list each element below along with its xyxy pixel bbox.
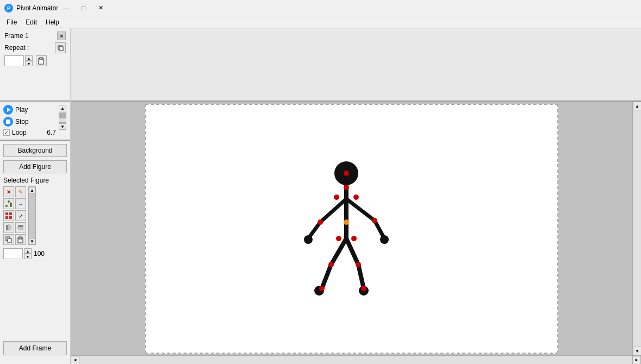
add-frame-button[interactable]: Add Frame [3, 341, 67, 355]
stickman[interactable] [292, 158, 401, 299]
joint-right-shoulder[interactable] [353, 194, 359, 200]
left-upper-arm [320, 199, 346, 222]
scroll-track[interactable] [59, 112, 66, 123]
svg-rect-15 [18, 225, 23, 227]
figure-toolbar: ✕ ✎ → [3, 186, 67, 245]
joint-hip-left[interactable] [336, 236, 341, 241]
joint-left-knee[interactable] [328, 262, 334, 267]
right-upper-leg [346, 239, 358, 265]
flip-v-button[interactable] [15, 222, 26, 233]
fig-scroll-down[interactable]: ▼ [29, 238, 35, 244]
canvas-scroll-wrapper: ▲ ▼ [71, 102, 641, 355]
canvas-background [145, 104, 558, 354]
svg-rect-9 [9, 212, 12, 215]
size-decrement-button[interactable]: ▼ [24, 254, 32, 259]
menubar: File Edit Help [0, 16, 641, 28]
arrow2-button[interactable]: ↗ [15, 210, 26, 221]
svg-rect-12 [6, 225, 8, 230]
svg-rect-10 [5, 216, 8, 219]
frame-close-button[interactable]: ✕ [57, 32, 66, 40]
repeat-decrement-button[interactable]: ▼ [25, 61, 33, 66]
svg-rect-19 [8, 239, 11, 242]
controls-panel: Play Stop ✓ Loop 6.7 ▲ [0, 102, 70, 141]
svg-rect-13 [9, 225, 11, 230]
copy-frame-button[interactable] [55, 42, 66, 53]
maximize-button[interactable]: □ [76, 2, 91, 14]
minimize-button[interactable]: — [58, 2, 73, 14]
vertical-scrollbar[interactable]: ▲ ▼ [632, 102, 641, 355]
grid-button[interactable] [3, 210, 14, 221]
svg-point-5 [10, 205, 12, 207]
menu-help[interactable]: Help [41, 17, 64, 27]
loop-checkbox[interactable]: ✓ [3, 129, 10, 136]
paste-frame-button[interactable] [36, 55, 47, 66]
joint-left-shoulder[interactable] [334, 194, 339, 200]
titlebar: P Pivot Animator — □ ✕ [0, 0, 641, 16]
flip-h-button[interactable] [3, 222, 14, 233]
joint-hip-right[interactable] [351, 236, 357, 241]
scroll-down-button[interactable]: ▼ [59, 123, 66, 130]
size-max-label: 100 [34, 250, 45, 258]
size-input[interactable]: 100 [3, 248, 23, 259]
arrow-button[interactable]: → [15, 198, 26, 209]
joint-right-elbow[interactable] [372, 218, 377, 223]
joint-left-ankle[interactable] [319, 286, 325, 291]
fps-value: 6.7 [47, 129, 56, 136]
drawing-area[interactable] [71, 102, 632, 355]
svg-rect-21 [19, 237, 22, 239]
repeat-label: Repeat : [4, 44, 29, 52]
left-lower-leg [322, 265, 331, 288]
svg-rect-3 [40, 58, 42, 60]
loop-label: Loop [12, 129, 27, 136]
left-upper-leg [331, 239, 346, 265]
svg-point-4 [5, 205, 8, 207]
joint-left-elbow[interactable] [318, 219, 323, 225]
sidebar: Frame 1 ✕ Repeat : 1 ▲ ▼ [0, 28, 71, 364]
size-row: 100 ▲ ▼ 100 [3, 248, 67, 259]
joint-neck[interactable] [344, 185, 349, 190]
menu-file[interactable]: File [2, 17, 21, 27]
vscroll-down-button[interactable]: ▼ [633, 347, 641, 355]
frame-label: Frame 1 [4, 32, 29, 40]
add-nodes-button[interactable] [3, 198, 14, 209]
selected-figure-label: Selected Figure [3, 177, 67, 184]
main-layout: Frame 1 ✕ Repeat : 1 ▲ ▼ [0, 28, 641, 364]
repeat-value-input[interactable]: 1 [4, 55, 24, 66]
close-button[interactable]: ✕ [93, 2, 108, 14]
size-increment-button[interactable]: ▲ [24, 248, 32, 254]
left-hand [304, 235, 313, 244]
svg-rect-11 [9, 216, 12, 219]
figure-controls: Background Add Figure Selected Figure ✕ … [0, 141, 70, 262]
edit-figure-button[interactable]: ✎ [15, 186, 26, 197]
vscroll-track [633, 110, 641, 347]
filmstrip [71, 28, 641, 102]
add-figure-button[interactable]: Add Figure [3, 160, 67, 173]
frames-panel: Frame 1 ✕ Repeat : 1 ▲ ▼ [0, 28, 70, 102]
svg-point-6 [8, 200, 10, 203]
play-label[interactable]: Play [15, 106, 28, 114]
svg-rect-1 [59, 47, 63, 51]
repeat-increment-button[interactable]: ▲ [25, 55, 33, 61]
canvas-area: ▲ ▼ ◄ ► [71, 28, 641, 364]
paste-figure-button[interactable] [15, 234, 26, 245]
right-upper-arm [346, 199, 375, 221]
horizontal-scrollbar[interactable]: ◄ ► [71, 355, 641, 364]
svg-rect-16 [18, 228, 23, 230]
stop-label[interactable]: Stop [15, 118, 29, 125]
vscroll-up-button[interactable]: ▲ [633, 102, 641, 110]
window-controls: — □ ✕ [58, 2, 108, 14]
joint-torso-center[interactable] [344, 219, 349, 225]
joint-right-ankle[interactable] [361, 286, 366, 291]
hscroll-left-button[interactable]: ◄ [71, 356, 79, 365]
fig-scroll-up[interactable]: ▲ [29, 187, 35, 193]
scroll-up-button[interactable]: ▲ [59, 105, 66, 111]
delete-figure-button[interactable]: ✕ [3, 186, 14, 197]
joint-right-knee[interactable] [356, 262, 361, 267]
app-title: Pivot Animator [16, 4, 58, 12]
menu-edit[interactable]: Edit [21, 17, 41, 27]
play-icon [3, 105, 13, 115]
copy-figure-button[interactable] [3, 234, 14, 245]
background-button[interactable]: Background [3, 144, 67, 157]
joint-head[interactable] [344, 171, 349, 176]
hscroll-right-button[interactable]: ► [632, 356, 641, 365]
